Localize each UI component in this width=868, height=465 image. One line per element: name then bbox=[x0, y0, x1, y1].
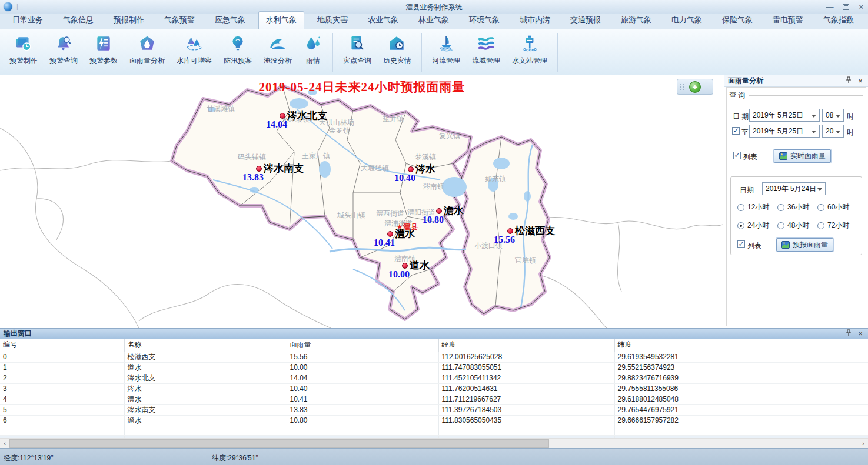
table-horizontal-scrollbar[interactable]: ‹ › bbox=[0, 438, 868, 448]
btn-zaidian-chaxun[interactable]: 灾点查询 bbox=[338, 32, 377, 73]
btn-fangxun-yuan[interactable]: 防汛预案 bbox=[218, 32, 257, 73]
duration-48h-radio[interactable]: 48小时 bbox=[777, 220, 809, 230]
col-name[interactable]: 名称 bbox=[124, 339, 287, 352]
col-id[interactable]: 编号 bbox=[0, 339, 124, 352]
station-name: 澧水 bbox=[395, 227, 415, 240]
btn-heliu-guanli[interactable]: 河流管理 bbox=[427, 32, 465, 73]
to-date-checkbox[interactable]: ✓ bbox=[732, 127, 740, 135]
btn-yuqing[interactable]: 雨情 bbox=[298, 32, 328, 73]
btn-yujing-zhizuo[interactable]: 预警制作 bbox=[4, 32, 43, 73]
cell-rainfall: 10.41 bbox=[287, 394, 438, 404]
duration-72h-radio[interactable]: 72小时 bbox=[817, 220, 849, 230]
output-table-row[interactable]: 5 涔水南支 13.83 111.397267184503 29.7654476… bbox=[0, 404, 868, 415]
tab-dizhi-zaihai[interactable]: 地质灾害 bbox=[310, 12, 355, 29]
output-table: 编号 名称 面雨量 经度 纬度 0 松滋西支 15.56 112.0016256… bbox=[0, 339, 868, 438]
output-table-row[interactable]: 2 涔水北支 14.04 111.452105411342 29.8823476… bbox=[0, 373, 868, 383]
btn-lishi-zaiqing[interactable]: 历史灾情 bbox=[378, 32, 417, 73]
tab-richang-yewu[interactable]: 日常业务 bbox=[5, 12, 50, 29]
output-table-row[interactable]: 6 澹水 10.80 111.830565050435 29.666615795… bbox=[0, 415, 868, 426]
town-label: 复兴镇 bbox=[439, 131, 460, 141]
station-name: 道水 bbox=[410, 259, 430, 272]
chevron-down-icon bbox=[836, 131, 840, 133]
col-latitude[interactable]: 纬度 bbox=[614, 339, 789, 352]
tab-qixiang-zhishu[interactable]: 气象指数 bbox=[816, 12, 861, 29]
realtime-list-checkbox[interactable]: ✓ bbox=[733, 152, 741, 159]
tab-leidian-yujing[interactable]: 雷电预警 bbox=[766, 12, 810, 29]
output-table-row[interactable]: 0 松滋西支 15.56 112.001625625028 29.6193549… bbox=[0, 352, 868, 362]
pin-icon[interactable] bbox=[844, 329, 853, 338]
cell-id: 0 bbox=[0, 352, 124, 362]
end-date-select[interactable]: 2019年 5月25日 bbox=[749, 125, 820, 138]
cell-latitude: 29.7555811355086 bbox=[614, 383, 789, 394]
col-longitude[interactable]: 经度 bbox=[438, 339, 614, 352]
station-dot-icon bbox=[408, 166, 414, 172]
tab-yingji-qixiang[interactable]: 应急气象 bbox=[208, 12, 252, 29]
map-canvas[interactable]: 2019-05-24日未来24小时预报面雨量 甘溪滩镇 火连坡镇 天供山林场 金… bbox=[0, 75, 724, 328]
btn-yujing-canshu[interactable]: 预警参数 bbox=[84, 32, 123, 73]
close-output-icon[interactable]: × bbox=[856, 330, 864, 338]
tab-yubao-zhizuo[interactable]: 预报制作 bbox=[107, 12, 151, 29]
town-label: 王家厂镇 bbox=[302, 151, 330, 161]
start-date-select[interactable]: 2019年 5月25日 bbox=[749, 109, 820, 122]
tab-jiaotong-yubao[interactable]: 交通预报 bbox=[563, 12, 608, 29]
btn-yanmo-fenxi[interactable]: 淹没分析 bbox=[258, 32, 297, 73]
btn-shuiwenzhan-guanli[interactable]: 水文站管理 bbox=[507, 32, 553, 73]
maximize-button[interactable] bbox=[843, 4, 849, 10]
tab-lvyou-qixiang[interactable]: 旅游气象 bbox=[614, 12, 659, 29]
river-boat-icon bbox=[437, 34, 455, 53]
zoom-in-button[interactable]: + bbox=[689, 81, 701, 93]
drag-grip-icon[interactable] bbox=[680, 84, 685, 90]
cell-id: 2 bbox=[0, 373, 124, 383]
realtime-rain-button[interactable]: 实时面雨量 bbox=[774, 149, 831, 163]
cell-name: 道水 bbox=[124, 362, 287, 373]
duration-60h-radio[interactable]: 60小时 bbox=[817, 202, 849, 212]
cell-longitude: 112.001625625028 bbox=[438, 352, 614, 362]
scroll-right-icon[interactable]: › bbox=[859, 439, 868, 448]
cell-longitude: 111.397267184503 bbox=[438, 404, 614, 415]
forecast-date-select[interactable]: 2019年 5月24日 bbox=[762, 182, 826, 195]
col-rainfall[interactable]: 面雨量 bbox=[287, 339, 438, 352]
pin-icon[interactable] bbox=[844, 76, 853, 85]
tab-baoxian-qixiang[interactable]: 保险气象 bbox=[715, 12, 760, 29]
duration-36h-radio[interactable]: 36小时 bbox=[777, 202, 809, 212]
station-name: 松滋西支 bbox=[515, 224, 555, 237]
close-button[interactable]: × bbox=[859, 2, 863, 12]
tab-dianli-qixiang[interactable]: 电力气象 bbox=[664, 12, 709, 29]
tab-shuili-qixiang[interactable]: 水利气象 bbox=[258, 11, 304, 29]
cell-latitude: 29.7654476975921 bbox=[614, 404, 789, 415]
query-group-legend: 查 询 bbox=[729, 91, 863, 101]
rain-analysis-panel: 面雨量分析 × 查 询 日 期 2019年 5月25日 08 时 ✓ 至 201… bbox=[724, 75, 868, 328]
btn-liuyu-guanli[interactable]: 流域管理 bbox=[467, 32, 505, 73]
end-hour-select[interactable]: 20 bbox=[822, 125, 844, 138]
station-dot-icon bbox=[402, 263, 408, 269]
tab-qixiang-yujing[interactable]: 气象预警 bbox=[157, 12, 202, 29]
tab-huanjing-qixiang[interactable]: 环境气象 bbox=[462, 12, 507, 29]
tab-qixiang-xinxi[interactable]: 气象信息 bbox=[56, 12, 101, 29]
tab-nongye-qixiang[interactable]: 农业气象 bbox=[361, 12, 405, 29]
start-hour-suffix: 时 bbox=[847, 112, 854, 122]
cell-name: 涔水南支 bbox=[124, 404, 287, 415]
output-table-row[interactable]: 4 澧水 10.41 111.711219667627 29.618801248… bbox=[0, 394, 868, 404]
btn-mianyuliang-fenxi[interactable]: 面雨量分析 bbox=[124, 32, 170, 73]
scroll-left-icon[interactable]: ‹ bbox=[0, 439, 9, 448]
forecast-rain-button[interactable]: 预报面雨量 bbox=[776, 238, 833, 252]
cell-longitude: 111.830565050435 bbox=[438, 415, 614, 426]
start-hour-select[interactable]: 08 bbox=[822, 109, 844, 122]
duration-12h-radio[interactable]: 12小时 bbox=[737, 202, 769, 212]
btn-shuiku-kezengrong[interactable]: 水库可增容 bbox=[171, 32, 217, 73]
output-table-row[interactable]: 1 道水 10.00 111.747083055051 29.552156374… bbox=[0, 362, 868, 373]
scrollbar-thumb[interactable] bbox=[9, 439, 549, 448]
btn-yujing-chaxun[interactable]: 预警查询 bbox=[44, 32, 83, 73]
history-disaster-icon bbox=[388, 34, 407, 53]
tab-chengshi-neilao[interactable]: 城市内涝 bbox=[513, 12, 557, 29]
basin-waves-icon bbox=[477, 34, 495, 53]
forecast-date-label: 日期 bbox=[740, 185, 754, 195]
minimize-button[interactable]: — bbox=[826, 2, 833, 12]
output-table-row[interactable]: 3 涔水 10.40 111.76200514631 29.7555811355… bbox=[0, 383, 868, 394]
forecast-list-checkbox[interactable]: ✓ bbox=[737, 240, 745, 248]
close-panel-icon[interactable]: × bbox=[856, 77, 864, 85]
cell-latitude: 29.6666157957282 bbox=[614, 415, 789, 426]
duration-24h-radio[interactable]: 24小时 bbox=[737, 220, 769, 230]
station-name: 涔水南支 bbox=[264, 162, 304, 175]
tab-linye-qixiang[interactable]: 林业气象 bbox=[411, 12, 456, 29]
